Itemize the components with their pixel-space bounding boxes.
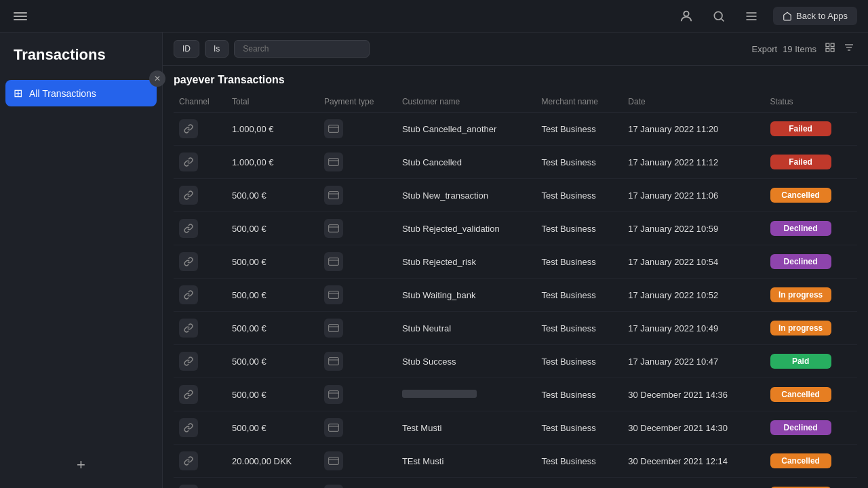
cell-total: 500,00 € (226, 312, 319, 345)
sidebar-item-all-transactions[interactable]: ⊞ All Transactions (5, 80, 157, 106)
cell-channel (174, 411, 226, 445)
status-badge: In progress (770, 321, 831, 336)
cell-status: Declined (765, 245, 857, 279)
table-header: Channel Total Payment type Customer name… (174, 92, 857, 113)
cell-merchant-name: Test Business (536, 312, 623, 345)
payment-card-icon (324, 152, 343, 171)
hamburger-icon[interactable] (741, 5, 762, 27)
cell-status: Cancelled (765, 179, 857, 212)
svg-rect-8 (826, 48, 829, 52)
cell-status: In progress (765, 312, 857, 345)
menu-icon[interactable] (11, 7, 30, 26)
grid-view-button[interactable] (822, 39, 838, 58)
table-row[interactable]: 20.000,00 DKKTEst MustiTest Business30 D… (174, 445, 857, 478)
sidebar-close-button[interactable]: ✕ (149, 70, 165, 87)
cell-merchant-name: Test Business (536, 146, 623, 179)
account-icon[interactable] (675, 5, 697, 27)
cell-merchant-name: Test Business (536, 478, 623, 489)
cell-channel (174, 212, 226, 245)
channel-link-icon (179, 252, 198, 271)
cell-date: 17 January 2022 10:47 (623, 345, 764, 378)
cell-status: Declined (765, 411, 857, 445)
channel-link-icon (179, 119, 198, 138)
table-title: payever Transactions (174, 74, 285, 86)
sidebar-nav: ⊞ All Transactions (0, 75, 162, 442)
channel-link-icon (179, 319, 198, 338)
main-content: ID Is Export 19 Items payever Transactio… (163, 33, 868, 488)
filter-is[interactable]: Is (205, 40, 229, 58)
table-row[interactable]: 1.000,00 €Stub CancelledTest Business17 … (174, 146, 857, 179)
cell-status: Cancelled (765, 445, 857, 478)
add-button[interactable]: + (69, 453, 94, 477)
cell-channel (174, 378, 226, 411)
payment-card-icon (324, 186, 343, 205)
cell-channel (174, 279, 226, 312)
nav-left (11, 7, 30, 26)
svg-rect-21 (329, 258, 339, 266)
table-row[interactable]: 500,00 €Test Business30 December 2021 14… (174, 378, 857, 411)
payment-card-icon (324, 285, 343, 304)
svg-rect-7 (831, 43, 834, 47)
cell-date: 17 January 2022 11:06 (623, 179, 764, 212)
payment-card-icon (324, 252, 343, 271)
sort-button[interactable] (841, 39, 857, 58)
cell-payment-type (319, 113, 397, 146)
cell-customer-name: Stub New_transaction (397, 179, 536, 212)
export-button[interactable]: Export (752, 44, 778, 54)
cell-date: 30 December 2021 14:30 (623, 411, 764, 445)
cell-total: 500,00 € (226, 279, 319, 312)
table-row[interactable]: 500,00 €Test MustiTest Business30 Decemb… (174, 411, 857, 445)
cell-status: In progress (765, 478, 857, 489)
nav-right: Back to Apps (675, 5, 857, 27)
table-row[interactable]: 1.000,00 €Test MustiTest Business30 Dece… (174, 478, 857, 489)
cell-date: 17 January 2022 11:12 (623, 146, 764, 179)
redacted-customer (402, 390, 477, 398)
search-icon[interactable] (708, 5, 730, 27)
cell-total: 1.000,00 € (226, 146, 319, 179)
status-badge: Cancelled (770, 387, 831, 402)
cell-payment-type (319, 212, 397, 245)
payment-card-icon (324, 485, 343, 488)
table-row[interactable]: 500,00 €Stub New_transactionTest Busines… (174, 179, 857, 212)
cell-date: 17 January 2022 10:52 (623, 279, 764, 312)
cell-total: 500,00 € (226, 345, 319, 378)
channel-link-icon (179, 285, 198, 304)
cell-status: Failed (765, 113, 857, 146)
channel-link-icon (179, 485, 198, 488)
svg-rect-25 (329, 325, 339, 332)
search-input[interactable] (234, 40, 370, 58)
channel-link-icon (179, 385, 198, 404)
back-to-apps-button[interactable]: Back to Apps (773, 7, 857, 25)
cell-customer-name: Stub Success (397, 345, 536, 378)
table-row[interactable]: 500,00 €Stub NeutralTest Business17 Janu… (174, 312, 857, 345)
sidebar-add-section: + (0, 442, 162, 488)
cell-customer-name: Stub Neutral (397, 312, 536, 345)
payment-card-icon (324, 418, 343, 437)
cell-date: 30 December 2021 12:14 (623, 445, 764, 478)
payment-card-icon (324, 385, 343, 404)
table-row[interactable]: 500,00 €Stub Waiting_bankTest Business17… (174, 279, 857, 312)
filter-id[interactable]: ID (174, 40, 199, 58)
cell-date: 30 December 2021 10:30 (623, 478, 764, 489)
transactions-table: Channel Total Payment type Customer name… (174, 92, 857, 488)
cell-merchant-name: Test Business (536, 345, 623, 378)
col-merchant-name: Merchant name (536, 92, 623, 113)
col-total: Total (226, 92, 319, 113)
cell-payment-type (319, 312, 397, 345)
col-channel: Channel (174, 92, 226, 113)
table-row[interactable]: 1.000,00 €Stub Cancelled_anotherTest Bus… (174, 113, 857, 146)
cell-date: 17 January 2022 10:59 (623, 212, 764, 245)
status-badge: Failed (770, 155, 831, 169)
cell-channel (174, 245, 226, 279)
svg-rect-27 (329, 358, 339, 365)
status-badge: In progress (770, 287, 831, 302)
svg-point-0 (684, 11, 688, 16)
cell-merchant-name: Test Business (536, 411, 623, 445)
table-row[interactable]: 500,00 €Stub Rejected_validationTest Bus… (174, 212, 857, 245)
table-row[interactable]: 500,00 €Stub SuccessTest Business17 Janu… (174, 345, 857, 378)
cell-total: 500,00 € (226, 378, 319, 411)
payment-card-icon (324, 119, 343, 138)
table-row[interactable]: 500,00 €Stub Rejected_riskTest Business1… (174, 245, 857, 279)
cell-total: 20.000,00 DKK (226, 445, 319, 478)
status-badge: Declined (770, 420, 831, 435)
